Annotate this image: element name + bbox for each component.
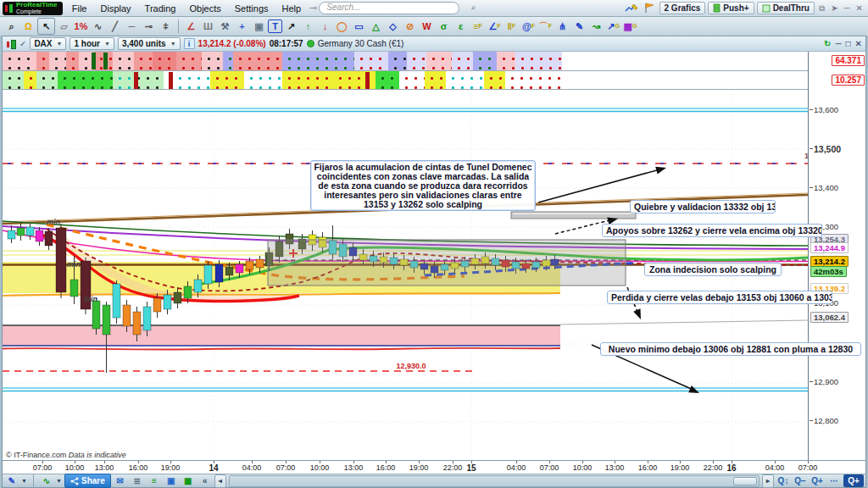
arrow-up-tool-icon[interactable]: ↑	[300, 19, 316, 34]
menu-trading[interactable]: Trading	[138, 3, 183, 14]
move-tool-icon[interactable]: +	[234, 19, 250, 34]
text-tool-icon[interactable]: T	[268, 19, 282, 33]
search-input[interactable]: Search... ⌕	[319, 2, 459, 14]
chat-icon[interactable]: ✉	[113, 475, 128, 487]
regression-tool-icon[interactable]: ↗G	[605, 19, 621, 34]
graphs-count-button[interactable]: 2 Grafics	[659, 2, 706, 14]
fib-timezone-icon[interactable]: ‖F	[504, 19, 520, 34]
refresh-icon[interactable]: ↻	[824, 39, 831, 48]
pitchfork-tool-icon[interactable]: ⋔	[554, 19, 570, 34]
dealthru-button[interactable]: DealThru	[757, 2, 815, 14]
circle-cross-tool-icon[interactable]: ⊘	[402, 19, 418, 34]
grid-tool-icon[interactable]: ▦G	[622, 19, 638, 34]
chevron-down-icon[interactable]: ▼	[56, 478, 63, 484]
curve-tool-icon[interactable]: ∿	[90, 19, 106, 34]
time-tick: 04:00	[499, 463, 533, 472]
fib-retracement-icon[interactable]: ≡F	[470, 19, 486, 34]
epsilon-channel-icon[interactable]: ε	[453, 19, 469, 34]
menu-display[interactable]: Display	[94, 3, 138, 14]
trendline-tool-icon[interactable]: ╱	[107, 19, 123, 34]
info-icon[interactable]: i	[184, 38, 195, 49]
rhombus-tool-icon[interactable]: ◇	[385, 19, 401, 34]
graphs-count-label: 2 Grafics	[665, 3, 701, 13]
flag-icon[interactable]	[642, 2, 657, 14]
annotation-arrow[interactable]	[538, 169, 663, 202]
maximize-window-icon[interactable]: □	[846, 39, 851, 48]
push-button[interactable]: Push+	[708, 2, 754, 14]
main-menus: FileDisplayTradingObjectsSettingsHelp	[65, 3, 308, 14]
scrollbar-thumb[interactable]	[733, 477, 757, 485]
arrow-down-tool-icon[interactable]: ↓	[317, 19, 333, 34]
freehand-tool-icon[interactable]: ✎	[571, 19, 587, 34]
more-dots-icon[interactable]: ⋯	[826, 474, 842, 487]
arrow-tool-icon[interactable]: ↗	[283, 19, 299, 34]
rect-tool-icon[interactable]: ▭	[351, 19, 367, 34]
alert-bell-icon[interactable]: Ω	[20, 19, 36, 34]
scenario-annotation-4[interactable]: Perdida y cierre velas debajo 13153 obj …	[607, 291, 832, 304]
ellipse-tool-icon[interactable]: ◯	[334, 19, 350, 34]
time-tick: 13:00	[598, 463, 632, 472]
minimize-window-icon[interactable]: ─	[835, 39, 841, 48]
draw-mode-icon[interactable]: ✎	[4, 475, 19, 487]
chart-type-icon[interactable]: ∿	[39, 475, 54, 487]
vline-tool-icon[interactable]: ǂ	[158, 19, 174, 34]
triangle-tool-icon[interactable]: △	[368, 19, 384, 34]
brand-edition: Complete	[16, 8, 58, 14]
angle-tool-icon[interactable]: ∠	[183, 19, 199, 34]
menu-file[interactable]: File	[65, 3, 94, 14]
time-axis[interactable]: 07:0010:0013:0016:0019:001404:0007:0010:…	[3, 460, 865, 474]
scenario-annotation-3[interactable]: Zona indecision solo scalping	[644, 263, 782, 276]
collapse-left-icon[interactable]: «	[198, 475, 213, 487]
fib-spiral-icon[interactable]: @F	[520, 19, 537, 34]
menu-settings[interactable]: Settings	[228, 3, 275, 14]
window-chart-icon[interactable]: ▣	[164, 475, 179, 487]
minimize-app-icon[interactable]: ─	[843, 3, 852, 13]
scroll-left-button[interactable]: ◂	[214, 474, 226, 488]
draw-chart-icon[interactable]	[624, 2, 639, 14]
zigzag-tool-icon[interactable]: ↝	[588, 19, 604, 34]
scroll-right-button[interactable]: ▸	[762, 474, 774, 488]
price-axis[interactable]: 13,60013,50013,40013,30013,10012,90012,8…	[808, 90, 865, 460]
zoom-in-icon[interactable]: Q+	[810, 474, 825, 487]
cursor-tool-icon[interactable]: ↖	[37, 18, 55, 35]
corner-zoom-button[interactable]: Q+	[843, 474, 864, 487]
zoom-tool-icon[interactable]: ⌕	[3, 19, 19, 34]
news-icon[interactable]: ≣	[130, 475, 145, 487]
scenario-annotation-2[interactable]: Apoyos sobre 13262 y cierre vela encima …	[602, 224, 822, 237]
time-scrollbar[interactable]	[229, 475, 760, 487]
symbol-dropdown[interactable]: DAX▼	[30, 37, 66, 50]
sigma-channel-icon[interactable]: σ	[436, 19, 452, 34]
menu-help[interactable]: Help	[275, 3, 309, 14]
workspace-icon[interactable]: ⧉	[817, 3, 826, 14]
gray-object-bar[interactable]	[511, 212, 636, 219]
candlestick-style-icon[interactable]	[6, 39, 16, 49]
indicator-list-icon[interactable]: ≡	[147, 475, 162, 487]
duplicate-tool-icon[interactable]: ▣	[251, 19, 267, 34]
fib-fan-icon[interactable]: ∠F	[487, 19, 503, 34]
ruler-tool-icon[interactable]: ▱	[56, 19, 72, 34]
fib-arc-icon[interactable]: ⌒F	[537, 19, 554, 34]
ribbon1-value: 64.371	[832, 55, 865, 66]
zoom-out-icon[interactable]: Q−	[793, 474, 808, 487]
indicator-check-icon[interactable]: ✓	[19, 39, 26, 48]
pattern-w-tool-icon[interactable]: W	[419, 19, 435, 34]
units-dropdown[interactable]: 3,400 units▼	[118, 37, 181, 50]
hline-tool-icon[interactable]: ─	[124, 19, 140, 34]
menu-objects[interactable]: Objects	[182, 3, 227, 14]
timeframe-dropdown[interactable]: 1 hour▼	[70, 37, 114, 50]
scenario-annotation-5[interactable]: Nuevo minimo debajo 13006 obj 12881 con …	[600, 342, 861, 356]
pin-icon[interactable]: ➤	[829, 3, 839, 13]
segment-tool-icon[interactable]: ⊸	[141, 19, 157, 34]
percent-tool-icon[interactable]: 1%	[73, 19, 89, 34]
export-chart-icon[interactable]: ▦	[181, 475, 196, 487]
close-app-icon[interactable]: ✕	[854, 3, 865, 13]
delete-tool-icon[interactable]: Ш	[200, 19, 216, 34]
selection-box[interactable]	[268, 240, 626, 286]
scenario-annotation-1[interactable]: Quiebre y validacion 13332 obj 13462	[630, 200, 776, 214]
zoom-fit-icon[interactable]: Q↕	[776, 474, 791, 487]
close-window-icon[interactable]: ✕	[855, 39, 862, 48]
chevron-down-icon[interactable]: ▼	[21, 478, 28, 484]
main-annotation-box[interactable]: Fijaros la acumulacion de cintas de Tune…	[310, 160, 536, 211]
share-button[interactable]: Share	[64, 474, 111, 488]
object-settings-icon[interactable]: ⚒	[217, 19, 233, 34]
